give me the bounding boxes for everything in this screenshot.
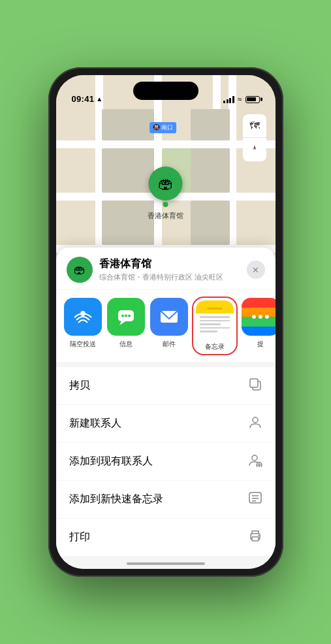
svg-point-4 [125,315,127,317]
mail-label: 邮件 [163,340,176,349]
dot-1 [252,315,256,319]
share-airdrop[interactable]: 隔空投送 [64,298,102,354]
notes-lines-wrap [196,314,234,338]
copy-icon [248,377,262,394]
dot-3 [265,315,269,319]
more-dots-overlay [252,315,269,319]
share-messages[interactable]: 信息 [107,298,145,354]
airdrop-icon-wrap [64,298,102,336]
mail-icon-wrap [150,298,188,336]
notes-line-2 [200,320,230,322]
status-time: 09:41 [72,94,95,104]
airdrop-label: 隔空投送 [70,340,96,349]
notes-line-3 [200,323,221,325]
action-print-label: 打印 [69,530,90,544]
map-layers-button[interactable]: 🗺 [243,114,266,138]
stadium-marker: 🏟 香港体育馆 [148,167,183,221]
notes-label: 备忘录 [205,342,225,351]
marker-pin: 🏟 [149,167,183,201]
action-copy[interactable]: 拷贝 [56,367,276,404]
action-print[interactable]: 打印 [56,519,276,556]
svg-point-10 [252,455,257,460]
svg-rect-19 [252,537,259,541]
notes-line-4 [200,327,230,329]
home-indicator [127,562,205,565]
map-block-5 [102,201,154,245]
dynamic-island [133,82,198,100]
notes-line-5 [200,330,218,332]
signal-bar-1 [223,101,225,103]
svg-point-5 [128,315,131,317]
action-copy-label: 拷贝 [69,379,90,393]
subway-label: 🚇 南口 [150,122,177,133]
copy-svg [248,377,262,391]
close-button[interactable]: ✕ [247,261,265,279]
phone-frame: 09:41 ▲ ≈ [48,67,283,577]
messages-icon [116,307,136,327]
action-add-contact-label: 添加到现有联系人 [69,455,153,468]
new-contact-icon [248,415,262,432]
action-list: 拷贝 新建联系人 [56,367,276,556]
print-icon [248,528,262,546]
battery-icon [245,96,260,103]
notes-line-1 [200,316,230,318]
map-controls: 🗺 [243,114,266,161]
action-quick-note-label: 添加到新快速备忘录 [69,492,163,506]
phone-screen: 09:41 ▲ ≈ [56,75,276,569]
svg-point-9 [253,417,258,423]
share-more[interactable]: 提 [242,298,276,354]
location-icon [249,144,260,155]
share-apps-row: 隔空投送 信息 [56,290,276,362]
notes-top-bar [196,300,234,314]
new-contact-svg [248,415,262,429]
quick-note-icon [248,491,262,508]
svg-rect-8 [250,379,258,387]
svg-point-3 [121,315,124,317]
map-block-4 [102,148,154,193]
svg-marker-2 [119,321,125,325]
wifi-icon: ≈ [238,95,242,104]
battery-fill [247,97,256,101]
location-header: 🏟 香港体育馆 综合体育馆・香港特别行政区 油尖旺区 ✕ [56,248,276,289]
action-add-contact[interactable]: 添加到现有联系人 [56,443,276,480]
more-label: 提 [257,340,264,349]
quick-note-svg [248,491,262,505]
share-mail[interactable]: 邮件 [150,298,188,354]
location-name: 香港体育馆 [99,257,240,271]
airdrop-icon [73,307,93,327]
map-block-3 [191,109,230,140]
notes-top-line [207,308,223,310]
messages-label: 信息 [119,340,133,349]
status-icons: ≈ [223,95,259,104]
action-new-contact[interactable]: 新建联系人 [56,405,276,442]
add-contact-icon [248,453,262,470]
action-new-contact-label: 新建联系人 [69,417,121,430]
dot-2 [259,315,262,319]
print-svg [248,528,262,543]
location-info: 香港体育馆 综合体育馆・香港特别行政区 油尖旺区 [99,257,240,282]
messages-icon-wrap [107,298,145,336]
marker-label: 香港体育馆 [148,211,183,221]
location-icon-circle: 🏟 [67,257,93,283]
map-block-2 [102,109,154,140]
signal-bars [223,96,234,103]
marker-dot [163,202,168,207]
signal-bar-4 [232,96,234,103]
add-contact-svg [248,453,262,467]
action-quick-note[interactable]: 添加到新快速备忘录 [56,481,276,518]
map-block-7 [191,148,230,193]
location-subtitle: 综合体育馆・香港特别行政区 油尖旺区 [99,272,240,282]
bottom-sheet: 🏟 香港体育馆 综合体育馆・香港特别行政区 油尖旺区 ✕ [56,248,276,569]
map-block-6 [191,201,230,245]
more-icon-wrap [242,298,276,336]
share-notes[interactable]: 备忘录 [193,298,236,354]
signal-bar-3 [229,98,231,103]
svg-point-20 [258,535,259,536]
mail-icon [159,308,179,326]
location-arrow-icon: ▲ [96,95,102,103]
signal-bar-2 [227,99,229,103]
notes-icon-wrap [196,300,234,338]
map-location-button[interactable] [243,138,266,161]
